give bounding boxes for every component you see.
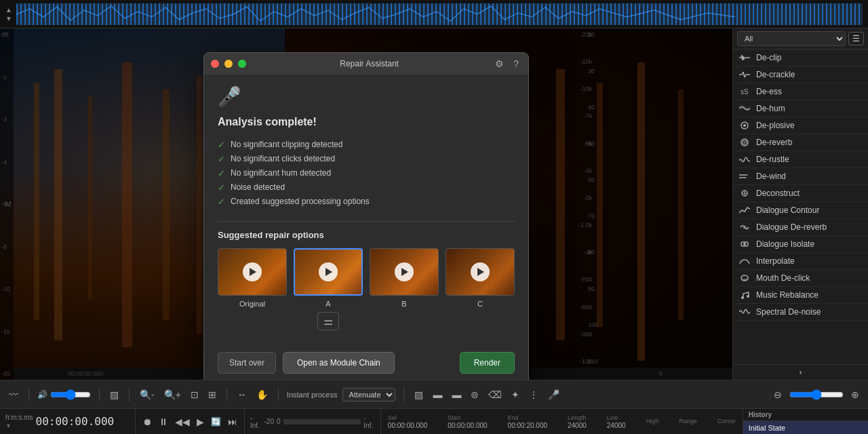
declick-icon xyxy=(738,53,751,62)
waveform-view-btn[interactable]: 〰 xyxy=(7,387,20,402)
zoom-out-h-btn[interactable]: ⊖ xyxy=(772,387,784,402)
divider-4 xyxy=(226,388,227,401)
repair-thumb-c[interactable] xyxy=(446,248,515,296)
modal-titlebar: Repair Assistant ⚙ ? xyxy=(204,53,528,75)
play-a-btn[interactable] xyxy=(319,262,338,281)
repair-option-original[interactable]: Original xyxy=(218,248,287,330)
repair-option-c[interactable]: C xyxy=(446,248,515,330)
brush-btn[interactable]: ▨ xyxy=(412,387,425,402)
repair-thumb-b[interactable] xyxy=(370,248,439,296)
pause-btn[interactable]: ⏸ xyxy=(156,415,171,429)
mic-btn[interactable]: 🎤 xyxy=(546,387,561,402)
zoom-in-btn[interactable]: 🔍+ xyxy=(162,387,183,402)
svg-point-39 xyxy=(741,296,744,299)
sidebar-item-de-hum[interactable]: De-hum xyxy=(733,100,868,117)
zoom-h-slider[interactable] xyxy=(789,389,844,400)
sidebar-item-spectral-de-noise[interactable]: Spectral De-noise xyxy=(733,304,868,321)
zoom-fit-btn[interactable]: ⊡ xyxy=(189,387,201,402)
sidebar-item-de-plosive[interactable]: De-plosive xyxy=(733,117,868,134)
analysis-item-clicks: ✓ No significant clicks detected xyxy=(218,152,515,166)
render-btn[interactable]: Render xyxy=(460,352,515,374)
play-original-btn[interactable] xyxy=(243,262,262,281)
divider-line xyxy=(218,221,515,222)
zoom-in-h-btn[interactable]: ⊕ xyxy=(849,387,861,402)
open-module-chain-btn[interactable]: Open as Module Chain xyxy=(283,352,395,374)
sidebar-item-dialogue-isolate[interactable]: Dialogue Isolate xyxy=(733,236,868,253)
check-hum: ✓ xyxy=(218,168,225,178)
zoom-sel-btn[interactable]: ⊞ xyxy=(206,387,218,402)
spectral-denoise-icon xyxy=(738,307,751,317)
analysis-item-processing: ✓ Created suggested processing options xyxy=(218,195,515,209)
modal-footer: Start over Open as Module Chain Render xyxy=(204,352,528,380)
start-over-btn[interactable]: Start over xyxy=(218,352,276,374)
stat-range: Range xyxy=(679,418,697,425)
modal-help-btn[interactable]: ? xyxy=(511,57,521,71)
sidebar-item-dialogue-de-reverb[interactable]: Dialogue De-reverb xyxy=(733,219,868,236)
history-item-initial[interactable]: Initial State xyxy=(743,421,868,434)
hand-btn[interactable]: ✋ xyxy=(254,387,270,402)
magic-btn[interactable]: ✦ xyxy=(509,387,521,402)
end-btn[interactable]: ⏭ xyxy=(225,415,240,429)
length-label: Length xyxy=(568,414,587,421)
traffic-light-minimize[interactable] xyxy=(224,60,233,68)
repair-thumb-a[interactable] xyxy=(294,248,363,296)
loop-btn[interactable]: 🔄 xyxy=(208,416,224,428)
sidebar-item-interpolate[interactable]: Interpolate xyxy=(733,253,868,270)
view-mode-btn[interactable]: ▨ xyxy=(108,387,121,402)
sidebar-expand-btn[interactable]: › xyxy=(733,364,868,380)
zoom-out-btn[interactable]: 🔍- xyxy=(138,387,157,402)
repair-thumb-original[interactable] xyxy=(218,248,287,296)
more-btn[interactable]: ⋮ xyxy=(527,387,540,402)
lasso-btn[interactable]: ⊚ xyxy=(469,387,481,402)
sidebar-item-de-wind[interactable]: De-wind xyxy=(733,168,868,185)
eq-a-btn[interactable]: ⚌ xyxy=(317,312,339,330)
waveform-nav[interactable]: ▲ ▼ xyxy=(5,6,12,22)
volume-slider[interactable] xyxy=(50,389,91,400)
nav-up-btn[interactable]: ▲ xyxy=(5,6,12,14)
play-b-btn[interactable] xyxy=(395,262,414,281)
sidebar-scroll-area[interactable]: De-clip De-crackle sS De-ess De-hum xyxy=(733,50,868,364)
sidebar-item-de-rustle[interactable]: De-rustle xyxy=(733,151,868,168)
analysis-item-clip: ✓ No significant clipping detected xyxy=(218,138,515,152)
sidebar-item-mouth-de-click[interactable]: Mouth De-click xyxy=(733,270,868,287)
svg-point-26 xyxy=(743,124,746,127)
sidebar-item-de-reverb[interactable]: De-reverb xyxy=(733,134,868,151)
dialogue-contour-icon xyxy=(738,205,751,215)
sidebar-item-deconstruct[interactable]: Deconstruct xyxy=(733,185,868,202)
sidebar-item-de-clip[interactable]: De-clip xyxy=(733,50,868,66)
play-btn[interactable]: ▶ xyxy=(194,415,207,429)
nav-down-btn[interactable]: ▼ xyxy=(5,15,12,22)
waveform-overview[interactable] xyxy=(16,3,863,25)
sidebar-item-dialogue-contour[interactable]: Dialogue Contour xyxy=(733,202,868,219)
sidebar-item-de-crackle[interactable]: De-crackle xyxy=(733,66,868,83)
rect-sel-btn[interactable]: ▬ xyxy=(431,387,444,402)
timecode-format[interactable]: h:m:s.ms xyxy=(5,414,33,421)
erase-btn[interactable]: ⌫ xyxy=(486,387,504,402)
record-btn[interactable]: ⏺ xyxy=(140,415,155,429)
meters-section: -Inf. -20 0 -Inf. xyxy=(245,409,381,434)
rewind-btn[interactable]: ◀◀ xyxy=(172,415,193,429)
play-c-btn[interactable] xyxy=(471,262,490,281)
traffic-light-maximize[interactable] xyxy=(238,60,246,68)
analysis-text-clicks: No significant clicks detected xyxy=(231,154,335,163)
sel-start: 00:00:00.000 xyxy=(388,422,427,429)
sidebar-item-music-rebalance[interactable]: Music Rebalance xyxy=(733,287,868,304)
right-panel: All ☰ De-clip De-crackle sS De-e xyxy=(732,28,868,380)
repair-option-a[interactable]: A ⚌ xyxy=(294,248,363,330)
divider-1 xyxy=(28,388,29,401)
paint-btn[interactable]: ▬ xyxy=(450,387,463,402)
sidebar-filter[interactable]: All xyxy=(737,31,846,46)
attenuate-select[interactable]: Attenuate Replace xyxy=(342,388,395,401)
modal-settings-btn[interactable]: ⚙ xyxy=(492,57,507,71)
sidebar-menu-btn[interactable]: ☰ xyxy=(848,32,864,45)
high-label: High xyxy=(646,418,659,425)
traffic-light-close[interactable] xyxy=(211,60,219,68)
repair-assistant-modal: Repair Assistant ⚙ ? 🎤 Analysis complete… xyxy=(203,52,529,380)
check-noise: ✓ xyxy=(218,182,225,193)
repair-option-b[interactable]: B xyxy=(370,248,439,330)
scroll-btn[interactable]: ↔ xyxy=(235,387,249,402)
volume-slider-group: 🔊 xyxy=(37,389,91,400)
db-end-label: -Inf. xyxy=(363,414,374,429)
sidebar-item-de-ess[interactable]: sS De-ess xyxy=(733,83,868,100)
timecode-dropdown-arrow[interactable]: ▼ xyxy=(5,422,33,429)
